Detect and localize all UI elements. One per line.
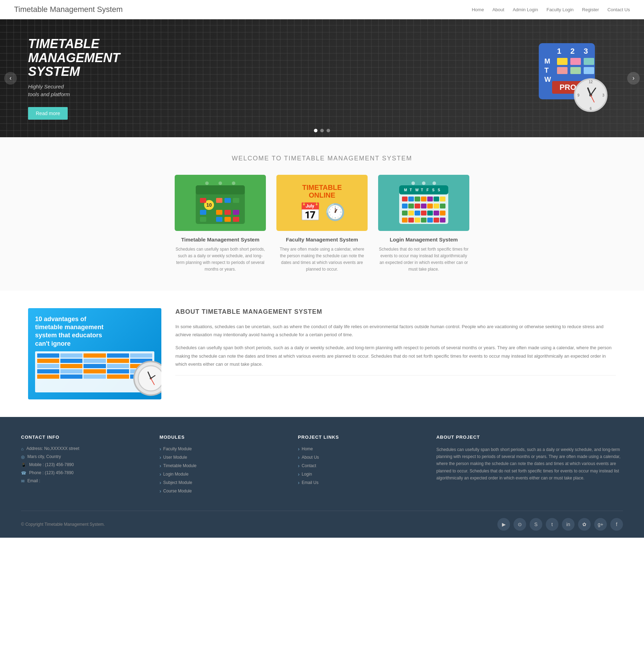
footer-module-faculty[interactable]: Faculty Module <box>160 446 284 452</box>
footer-link-contact[interactable]: Contact <box>298 463 422 469</box>
calendar-teal-svg: M T W T F S S <box>396 178 452 227</box>
footer-module-login[interactable]: Login Module <box>160 471 284 477</box>
svg-text:S: S <box>432 188 435 192</box>
footer-link-login[interactable]: Login <box>298 471 422 477</box>
svg-rect-74 <box>434 211 439 215</box>
svg-rect-40 <box>216 217 222 222</box>
svg-text:M: M <box>404 188 407 192</box>
hero-subtitle: Highly Secured tools and platform <box>28 83 161 99</box>
about-clock-icon <box>133 361 161 396</box>
footer-contact-title: CONTACT INFO <box>21 435 146 440</box>
read-more-button[interactable]: Read more <box>28 107 68 120</box>
about-article-image: 10 advantages of timetable management sy… <box>28 308 161 399</box>
svg-text:9: 9 <box>577 93 579 97</box>
svg-point-26 <box>205 181 209 185</box>
svg-rect-67 <box>434 204 439 208</box>
svg-point-53 <box>422 181 425 185</box>
nav: Home About Admin Login Faculty Login Reg… <box>472 7 630 12</box>
card-faculty-desc: They are often made using a calendar, wh… <box>276 246 368 273</box>
card-login-desc: Schedules that do not set forth specific… <box>378 246 469 273</box>
svg-rect-69 <box>402 211 408 215</box>
svg-rect-36 <box>216 210 222 215</box>
calendar-emoji: 📅 <box>299 202 321 222</box>
footer-about-project-text: Schedules can usefully span both short p… <box>436 446 623 482</box>
footer-address: ⌂ Address: No,XXXXXX street <box>21 446 146 451</box>
social-dribbble[interactable]: ✿ <box>578 518 591 531</box>
svg-rect-58 <box>421 197 427 201</box>
svg-text:3: 3 <box>602 93 604 97</box>
hero-content: TIMETABLE MANAGEMENT SYSTEM Highly Secur… <box>0 19 644 137</box>
about-article-title: 10 advantages of timetable management sy… <box>35 315 105 348</box>
svg-rect-62 <box>402 204 408 208</box>
footer-modules-title: MODULES <box>160 435 284 440</box>
footer-about-project-section: ABOUT PROJECT Schedules can usefully spa… <box>436 435 623 497</box>
nav-home[interactable]: Home <box>472 7 484 12</box>
svg-rect-37 <box>224 210 231 215</box>
svg-text:W: W <box>415 188 419 192</box>
svg-rect-55 <box>402 197 408 201</box>
svg-rect-72 <box>421 211 427 215</box>
footer-module-user[interactable]: User Module <box>160 455 284 460</box>
phone-icon: ☎ <box>21 471 26 476</box>
svg-rect-56 <box>408 197 414 201</box>
social-skype[interactable]: S <box>530 518 542 531</box>
hero-section: ‹ TIMETABLE MANAGEMENT SYSTEM Highly Sec… <box>0 19 644 137</box>
header: Timetable Management System Home About A… <box>0 0 644 19</box>
nav-about[interactable]: About <box>492 7 504 12</box>
social-twitter[interactable]: t <box>546 518 558 531</box>
social-facebook[interactable]: f <box>610 518 623 531</box>
svg-rect-79 <box>421 218 427 223</box>
svg-rect-77 <box>408 218 414 223</box>
svg-rect-25 <box>196 185 245 194</box>
footer-module-timetable[interactable]: Timetable Module <box>160 463 284 469</box>
svg-rect-12 <box>584 67 594 74</box>
slider-prev-button[interactable]: ‹ <box>4 72 17 85</box>
card-timetable-title: Timetable Management System <box>175 237 266 243</box>
svg-rect-71 <box>415 211 420 215</box>
svg-point-54 <box>432 181 436 185</box>
social-github[interactable]: ⊙ <box>514 518 526 531</box>
footer-link-about[interactable]: About Us <box>298 455 422 460</box>
slider-next-button[interactable]: › <box>627 72 640 85</box>
social-youtube[interactable]: ▶ <box>497 518 510 531</box>
footer-module-subject[interactable]: Subject Module <box>160 480 284 485</box>
nav-register[interactable]: Register <box>582 7 599 12</box>
svg-rect-65 <box>421 204 427 208</box>
svg-text:6: 6 <box>590 107 592 111</box>
social-google-plus[interactable]: g+ <box>594 518 607 531</box>
footer-copyright: © Copyright Timetable Management System. <box>21 522 105 527</box>
svg-rect-81 <box>434 218 439 223</box>
calendar-green-svg: 10 <box>192 178 248 227</box>
hero-image: 1 2 3 M T W PRO <box>539 43 616 113</box>
svg-rect-80 <box>427 218 433 223</box>
card-timetable: 10 Timetable Management System <box>175 175 266 273</box>
social-linkedin[interactable]: in <box>562 518 575 531</box>
nav-admin-login[interactable]: Admin Login <box>513 7 538 12</box>
about-title: ABOUT TIMETABLE MANAGEMENT SYSTEM <box>175 308 616 316</box>
svg-rect-70 <box>408 211 414 215</box>
footer-link-email[interactable]: Email Us <box>298 480 422 485</box>
svg-text:T: T <box>544 66 549 74</box>
svg-text:PRO: PRO <box>559 83 576 92</box>
svg-rect-68 <box>440 204 445 208</box>
svg-rect-63 <box>408 204 414 208</box>
footer-contact-section: CONTACT INFO ⌂ Address: No,XXXXXX street… <box>21 435 146 497</box>
nav-contact-us[interactable]: Contact Us <box>608 7 630 12</box>
svg-text:M: M <box>544 57 550 65</box>
footer-link-home[interactable]: Home <box>298 446 422 452</box>
svg-point-27 <box>219 181 222 185</box>
nav-faculty-login[interactable]: Faculty Login <box>546 7 573 12</box>
svg-rect-73 <box>427 211 433 215</box>
footer-module-course[interactable]: Course Module <box>160 488 284 494</box>
svg-rect-42 <box>233 217 239 222</box>
hero-subtitle-line2: tools and platform <box>28 91 70 97</box>
svg-rect-82 <box>440 218 445 223</box>
timetable-pro-icon: 1 2 3 M T W PRO <box>539 43 609 117</box>
email-icon: ✉ <box>21 479 25 484</box>
about-image-block: 10 advantages of timetable management sy… <box>28 308 161 399</box>
svg-rect-41 <box>224 217 231 222</box>
svg-text:S: S <box>438 188 440 192</box>
about-text-block: ABOUT TIMETABLE MANAGEMENT SYSTEM In som… <box>175 308 616 376</box>
home-icon: ⌂ <box>21 446 24 451</box>
svg-point-28 <box>232 181 235 185</box>
